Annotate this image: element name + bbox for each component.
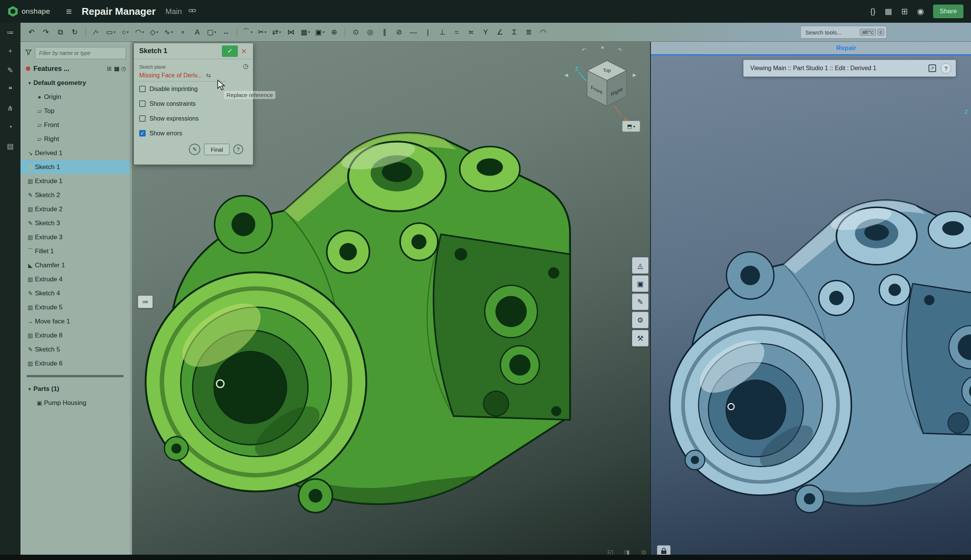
stopwatch-icon[interactable]: ◷ — [121, 65, 126, 72]
search-tools-box[interactable]: alt/⌥ c — [800, 26, 887, 39]
features-label[interactable]: Features ... — [33, 65, 102, 73]
replace-reference-icon[interactable]: ⇆ — [206, 72, 211, 79]
rotate-left-arrow-icon[interactable]: ◀ — [564, 72, 568, 78]
apps-grid-icon[interactable]: ⊞ — [901, 7, 908, 16]
copy-button[interactable]: ⧉ — [54, 25, 67, 39]
chevron-down-icon[interactable]: ▾ — [26, 387, 33, 392]
coincident-constraint[interactable]: ⊙ — [349, 25, 362, 39]
part-structure-icon[interactable]: ▣ — [632, 275, 649, 292]
curvature-tool[interactable]: ◠ — [537, 25, 550, 39]
history-icon[interactable]: ◔ — [4, 120, 17, 133]
roll-cw-arrow-icon[interactable]: ↷ — [617, 47, 622, 53]
compare-geometry-icon[interactable]: ◬ — [632, 257, 649, 274]
final-button[interactable]: Final — [204, 144, 229, 155]
sketch-plane-field[interactable]: Missing Face of Deriv... ⇆ — [139, 72, 227, 82]
spline-tool[interactable]: ∿▾ — [162, 25, 175, 39]
view-cube[interactable]: ▲ ◀ ▶ ↶ ↷ Top Front Right Z X — [569, 48, 645, 130]
feature-item-default-geometry[interactable]: ▾Default geometry — [20, 76, 130, 90]
insert-icon[interactable]: + — [4, 45, 17, 58]
horizontal-constraint[interactable]: — — [407, 25, 420, 39]
tree-filter-input[interactable] — [35, 47, 126, 59]
feature-item-sketch-2[interactable]: ✎Sketch 2 — [20, 188, 130, 202]
suppress-clock-icon[interactable]: ◷ — [243, 62, 249, 70]
feature-item-sketch-3[interactable]: ✎Sketch 3 — [20, 216, 130, 230]
diagnose-icon[interactable]: ⚙ — [632, 312, 649, 328]
checkbox-unchecked-icon[interactable] — [139, 100, 146, 107]
arc-tool[interactable]: ◠▾ — [133, 25, 146, 39]
edit-sketch-icon[interactable]: ✎ — [189, 144, 200, 155]
repair-help-button[interactable]: ? — [941, 63, 951, 73]
checkbox-unchecked-icon[interactable] — [139, 115, 146, 122]
midpoint-constraint[interactable]: ≍ — [465, 25, 477, 39]
share-button[interactable]: Share — [933, 5, 963, 18]
tangent-constraint[interactable]: ⊘ — [392, 25, 405, 39]
search-tools-input[interactable] — [804, 29, 858, 36]
repair-tools-icon[interactable]: ⚒ — [632, 330, 649, 347]
update-button[interactable]: ↻ — [68, 25, 81, 39]
insert-image-tool[interactable]: ▣▾ — [313, 25, 326, 39]
feature-item-extrude-4[interactable]: ▥Extrude 4 — [20, 272, 130, 286]
rollback-bar[interactable] — [27, 375, 123, 377]
feature-item-move-face-1[interactable]: ↔Move face 1 — [20, 314, 130, 328]
dialog-accept-button[interactable]: ✓ — [222, 45, 238, 57]
slot-tool[interactable]: ▢▾ — [205, 25, 218, 39]
feature-item-sketch-5[interactable]: ✎Sketch 5 — [20, 342, 130, 357]
vertical-constraint[interactable]: | — [421, 25, 434, 39]
feature-item-sketch-1[interactable]: ⚠Sketch 1 — [20, 160, 130, 174]
open-in-new-icon[interactable]: ↗ — [929, 65, 936, 72]
table-icon[interactable]: ▦ — [884, 7, 892, 16]
fillet-tool[interactable]: ⌒▾ — [241, 25, 254, 39]
pump-housing-model-blue[interactable] — [655, 147, 971, 525]
circle-tool[interactable]: ○▾ — [119, 25, 132, 39]
point-tool[interactable]: ∘ — [176, 25, 189, 39]
checkbox-checked-icon[interactable]: ✓ — [139, 130, 146, 137]
transform-tool[interactable]: ⇄▾ — [270, 25, 283, 39]
feature-item-extrude-5[interactable]: ▥Extrude 5 — [20, 300, 130, 314]
hatch-tool[interactable]: ≣ — [522, 25, 535, 39]
feature-item-extrude-8[interactable]: ▥Extrude 8 — [20, 328, 130, 342]
equation-tool[interactable]: Σ — [508, 25, 521, 39]
tab-repair[interactable]: Repair — [836, 42, 856, 55]
symmetry-constraint[interactable]: Y — [479, 25, 492, 39]
feature-dialog-toggle-button[interactable]: ≔ — [138, 295, 153, 308]
mirror-tool[interactable]: ⋈ — [284, 25, 297, 39]
main-menu-icon[interactable]: ≡ — [66, 7, 72, 16]
rotate-right-arrow-icon[interactable]: ▶ — [633, 72, 636, 78]
appearance-icon[interactable]: ✎ — [4, 64, 17, 77]
polygon-tool[interactable]: ◇▾ — [148, 25, 160, 39]
trim-tool[interactable]: ✂▾ — [256, 25, 269, 39]
feature-item-origin[interactable]: ●Origin — [20, 90, 130, 104]
code-icon[interactable]: {} — [870, 7, 876, 16]
view-options-button[interactable]: ⬒▾ — [622, 120, 640, 132]
edit-part-icon[interactable]: ✎ — [632, 293, 649, 310]
pause-icon[interactable]: ▮▮ — [114, 65, 119, 72]
feature-item-chamfer-1[interactable]: ◣Chamfer 1 — [20, 258, 130, 272]
feature-item-top[interactable]: ▱Top — [20, 104, 130, 118]
redo-button[interactable]: ↷ — [40, 25, 52, 39]
feature-item-parts-1[interactable]: ▾Parts (1) — [20, 382, 130, 396]
feature-item-sketch-4[interactable]: ✎Sketch 4 — [20, 286, 130, 300]
feature-item-fillet-1[interactable]: ⌒Fillet 1 — [20, 244, 130, 258]
equal-constraint[interactable]: = — [450, 25, 463, 39]
workspace-name[interactable]: Main — [165, 7, 182, 16]
roll-ccw-arrow-icon[interactable]: ↶ — [582, 47, 586, 53]
feature-item-extrude-1[interactable]: ▥Extrude 1 — [20, 174, 130, 188]
parallel-constraint[interactable]: ∥ — [378, 25, 391, 39]
feature-item-derived-1[interactable]: ↘Derived 1 — [20, 146, 130, 160]
connections-icon[interactable]: ⋔ — [4, 102, 17, 115]
feature-item-right[interactable]: ▱Right — [20, 132, 130, 146]
dimension-tool[interactable]: ↔ — [220, 25, 232, 39]
dialog-close-button[interactable]: × — [238, 45, 250, 57]
measure-tool[interactable]: ⊕ — [328, 25, 340, 39]
concentric-constraint[interactable]: ◎ — [364, 25, 377, 39]
comments-icon[interactable]: ❝ — [4, 83, 17, 95]
feature-list-icon[interactable]: ≔ — [4, 26, 17, 39]
help-globe-icon[interactable]: ◉ — [917, 7, 924, 16]
dialog-help-button[interactable]: ? — [233, 145, 243, 154]
rectangle-tool[interactable]: ▭▾ — [104, 25, 117, 39]
undo-button[interactable]: ↶ — [25, 25, 38, 39]
perpendicular-constraint[interactable]: ⊥ — [436, 25, 449, 39]
normal-constraint[interactable]: ∠ — [494, 25, 506, 39]
feature-item-pump-housing[interactable]: ▣Pump Housing — [20, 396, 130, 410]
text-tool[interactable]: A — [191, 25, 204, 39]
